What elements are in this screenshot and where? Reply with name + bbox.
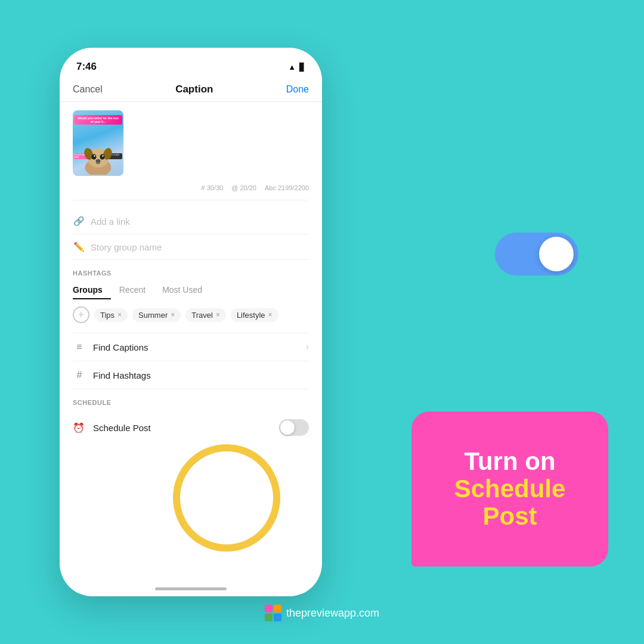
home-indicator xyxy=(155,587,227,590)
hash-icon: # xyxy=(73,370,86,380)
chip-summer-remove[interactable]: × xyxy=(171,311,175,319)
chip-summer-label: Summer xyxy=(138,311,168,320)
find-captions-label: Find Captions xyxy=(93,342,148,352)
count-row: # 30/30 @ 20/20 Abc 2199/2200 xyxy=(73,184,309,200)
branding-text: thepreviewapp.com xyxy=(286,607,379,620)
hashtag-count: # 30/30 xyxy=(202,184,224,191)
tab-groups[interactable]: Groups xyxy=(73,283,111,299)
link-icon: 🔗 xyxy=(73,216,85,227)
page-title: Caption xyxy=(175,83,213,95)
svg-point-8 xyxy=(95,159,100,163)
story-group-row[interactable]: ✏️ Story group name xyxy=(73,234,309,260)
done-button[interactable]: Done xyxy=(286,84,309,95)
pink-bubble-line2: Schedule xyxy=(454,475,566,503)
schedule-section-label: SCHEDULE xyxy=(73,399,309,406)
branding-icon-bl xyxy=(265,614,273,621)
post-thumbnail: Would you rather for the rest of your li… xyxy=(73,110,123,176)
char-count: Abc 2199/2200 xyxy=(265,184,309,191)
story-group-placeholder: Story group name xyxy=(91,242,162,252)
blue-toggle-decoration xyxy=(495,233,578,275)
find-hashtags-label: Find Hashtags xyxy=(93,370,151,380)
clock-icon: ⏰ xyxy=(73,422,86,434)
schedule-section: SCHEDULE ⏰ Schedule Post xyxy=(73,399,309,443)
add-link-row[interactable]: 🔗 Add a link xyxy=(73,209,309,234)
cancel-button[interactable]: Cancel xyxy=(73,84,103,95)
caption-area: Would you rather for the rest of your li… xyxy=(73,110,309,176)
caption-text[interactable] xyxy=(131,110,309,176)
thumbnail-banner: Would you rather for the rest of your li… xyxy=(74,115,122,125)
status-icons: ▲ ▊ xyxy=(288,63,305,72)
svg-point-7 xyxy=(102,155,103,156)
hashtag-tabs: Groups Recent Most Used xyxy=(73,283,309,299)
battery-icon: ▊ xyxy=(299,63,305,72)
time-display: 7:46 xyxy=(76,61,97,73)
blue-toggle-knob xyxy=(539,237,574,271)
chip-lifestyle[interactable]: Lifestyle × xyxy=(231,308,278,322)
branding-icon-tl xyxy=(265,605,273,612)
branding-icon xyxy=(265,605,281,621)
pink-bubble-line1: Turn on xyxy=(464,448,555,475)
chip-travel-remove[interactable]: × xyxy=(216,311,220,319)
chip-lifestyle-remove[interactable]: × xyxy=(268,311,273,319)
add-chip-button[interactable]: + xyxy=(73,306,89,323)
pink-bubble: Turn on Schedule Post xyxy=(411,411,608,566)
hashtags-section-label: HASHTAGS xyxy=(73,270,309,277)
phone-content: Would you rather for the rest of your li… xyxy=(60,102,322,591)
action-section: ≡ Find Captions › # Find Hashtags xyxy=(73,333,309,389)
chip-travel[interactable]: Travel × xyxy=(185,308,226,322)
chevron-right-icon: › xyxy=(306,342,309,352)
chip-summer[interactable]: Summer × xyxy=(132,308,181,322)
schedule-row-left: ⏰ Schedule Post xyxy=(73,422,151,434)
branding: thepreviewapp.com xyxy=(265,605,379,621)
branding-icon-tr xyxy=(274,605,281,612)
toggle-knob xyxy=(280,420,295,435)
phone: 7:46 ▲ ▊ Cancel Caption Done Would you r… xyxy=(60,48,322,596)
pencil-icon: ✏️ xyxy=(73,242,85,252)
svg-point-6 xyxy=(94,155,95,156)
chip-lifestyle-label: Lifestyle xyxy=(237,311,265,320)
wifi-icon: ▲ xyxy=(288,63,296,72)
find-captions-left: ≡ Find Captions xyxy=(73,342,148,352)
chip-travel-label: Travel xyxy=(191,311,213,320)
find-captions-row[interactable]: ≡ Find Captions › xyxy=(73,333,309,361)
chip-tips-label: Tips xyxy=(100,311,114,320)
status-bar: 7:46 ▲ ▊ xyxy=(60,48,322,78)
tab-recent[interactable]: Recent xyxy=(111,283,154,299)
schedule-toggle[interactable] xyxy=(279,419,309,436)
schedule-post-label: Schedule Post xyxy=(93,423,151,433)
pink-bubble-line3: Post xyxy=(482,503,537,530)
add-link-placeholder: Add a link xyxy=(91,216,130,227)
find-hashtags-row[interactable]: # Find Hashtags xyxy=(73,361,309,389)
branding-icon-br xyxy=(274,614,281,621)
lines-icon: ≡ xyxy=(73,342,86,352)
chip-tips[interactable]: Tips × xyxy=(94,308,128,322)
svg-point-4 xyxy=(91,154,96,160)
find-hashtags-left: # Find Hashtags xyxy=(73,370,151,380)
dog-svg xyxy=(82,145,114,175)
schedule-row: ⏰ Schedule Post xyxy=(73,412,309,443)
chip-tips-remove[interactable]: × xyxy=(117,311,122,319)
tab-most-used[interactable]: Most Used xyxy=(154,283,210,299)
svg-point-5 xyxy=(100,154,104,160)
mention-count: @ 20/20 xyxy=(231,184,256,191)
hashtag-chips: + Tips × Summer × Travel × Lifestyle × xyxy=(73,306,309,323)
navbar: Cancel Caption Done xyxy=(60,78,322,102)
